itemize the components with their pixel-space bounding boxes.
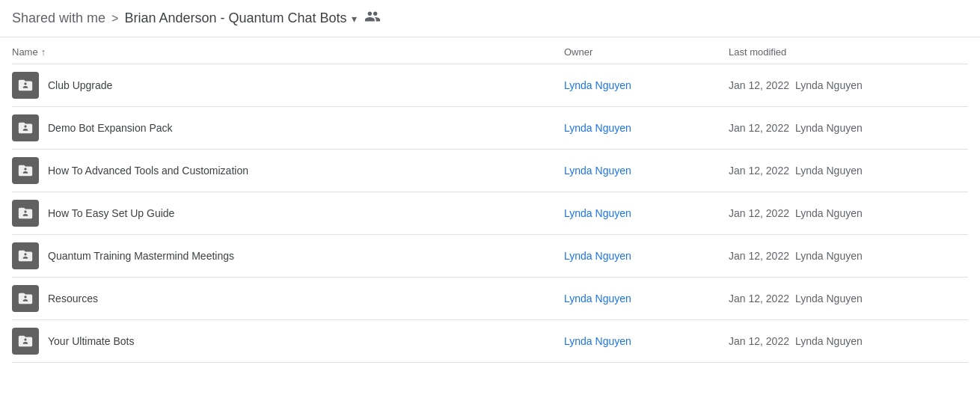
col-name-label: Name (12, 46, 38, 58)
table-row[interactable]: Your Ultimate Bots Lynda Nguyen Jan 12, … (12, 320, 968, 363)
cell-owner[interactable]: Lynda Nguyen (564, 207, 729, 219)
breadcrumb-separator: > (111, 12, 118, 25)
modified-by: Lynda Nguyen (795, 207, 863, 219)
modified-date: Jan 12, 2022 (729, 122, 789, 134)
cell-modified: Jan 12, 2022 Lynda Nguyen (729, 250, 968, 262)
breadcrumb-current-folder[interactable]: Brian Anderson - Quantum Chat Bots ▾ (124, 10, 356, 26)
col-header-name[interactable]: Name ↑ (12, 46, 564, 58)
file-name-label: Your Ultimate Bots (48, 335, 134, 347)
table-row[interactable]: Resources Lynda Nguyen Jan 12, 2022 Lynd… (12, 278, 968, 320)
modified-date: Jan 12, 2022 (729, 335, 789, 347)
cell-modified: Jan 12, 2022 Lynda Nguyen (729, 335, 968, 347)
cell-name: Club Upgrade (12, 72, 564, 99)
cell-owner[interactable]: Lynda Nguyen (564, 122, 729, 134)
cell-owner[interactable]: Lynda Nguyen (564, 293, 729, 304)
modified-by: Lynda Nguyen (795, 293, 863, 304)
cell-modified: Jan 12, 2022 Lynda Nguyen (729, 207, 968, 219)
cell-name: Demo Bot Expansion Pack (12, 114, 564, 141)
file-table: Name ↑ Owner Last modified Club Upgrade … (0, 37, 980, 363)
folder-icon (12, 328, 39, 355)
modified-by: Lynda Nguyen (795, 250, 863, 262)
cell-modified: Jan 12, 2022 Lynda Nguyen (729, 165, 968, 177)
folder-icon (12, 200, 39, 227)
modified-date: Jan 12, 2022 (729, 293, 789, 304)
file-name-label: Club Upgrade (48, 79, 112, 91)
folder-icon (12, 242, 39, 269)
breadcrumb-shared-link[interactable]: Shared with me (12, 10, 105, 26)
modified-date: Jan 12, 2022 (729, 165, 789, 177)
file-name-label: How To Advanced Tools and Customization (48, 165, 248, 177)
folder-icon (12, 114, 39, 141)
col-header-owner[interactable]: Owner (564, 46, 729, 58)
cell-name: How To Advanced Tools and Customization (12, 157, 564, 184)
chevron-down-icon: ▾ (352, 13, 357, 25)
cell-name: Quantum Training Mastermind Meetings (12, 242, 564, 269)
table-body: Club Upgrade Lynda Nguyen Jan 12, 2022 L… (12, 64, 968, 363)
cell-name: Resources (12, 285, 564, 312)
cell-name: How To Easy Set Up Guide (12, 200, 564, 227)
cell-owner[interactable]: Lynda Nguyen (564, 250, 729, 262)
modified-by: Lynda Nguyen (795, 122, 863, 134)
table-row[interactable]: Club Upgrade Lynda Nguyen Jan 12, 2022 L… (12, 64, 968, 107)
cell-name: Your Ultimate Bots (12, 328, 564, 355)
cell-modified: Jan 12, 2022 Lynda Nguyen (729, 293, 968, 304)
table-row[interactable]: How To Easy Set Up Guide Lynda Nguyen Ja… (12, 192, 968, 235)
cell-owner[interactable]: Lynda Nguyen (564, 335, 729, 347)
cell-modified: Jan 12, 2022 Lynda Nguyen (729, 79, 968, 91)
file-name-label: How To Easy Set Up Guide (48, 207, 174, 219)
folder-icon (12, 285, 39, 312)
modified-date: Jan 12, 2022 (729, 79, 789, 91)
share-people-icon[interactable] (364, 8, 381, 28)
file-name-label: Demo Bot Expansion Pack (48, 122, 173, 134)
breadcrumb-folder-name: Brian Anderson - Quantum Chat Bots (124, 10, 346, 26)
cell-owner[interactable]: Lynda Nguyen (564, 165, 729, 177)
table-row[interactable]: Quantum Training Mastermind Meetings Lyn… (12, 235, 968, 278)
table-row[interactable]: Demo Bot Expansion Pack Lynda Nguyen Jan… (12, 107, 968, 150)
file-name-label: Quantum Training Mastermind Meetings (48, 250, 234, 262)
cell-owner[interactable]: Lynda Nguyen (564, 79, 729, 91)
file-name-label: Resources (48, 293, 98, 304)
modified-date: Jan 12, 2022 (729, 207, 789, 219)
sort-arrow-icon: ↑ (41, 46, 46, 58)
modified-by: Lynda Nguyen (795, 335, 863, 347)
cell-modified: Jan 12, 2022 Lynda Nguyen (729, 122, 968, 134)
table-row[interactable]: How To Advanced Tools and Customization … (12, 150, 968, 192)
modified-by: Lynda Nguyen (795, 165, 863, 177)
folder-icon (12, 157, 39, 184)
table-header: Name ↑ Owner Last modified (12, 37, 968, 64)
modified-date: Jan 12, 2022 (729, 250, 789, 262)
breadcrumb-bar: Shared with me > Brian Anderson - Quantu… (0, 0, 980, 37)
modified-by: Lynda Nguyen (795, 79, 863, 91)
folder-icon (12, 72, 39, 99)
col-header-modified[interactable]: Last modified (729, 46, 968, 58)
